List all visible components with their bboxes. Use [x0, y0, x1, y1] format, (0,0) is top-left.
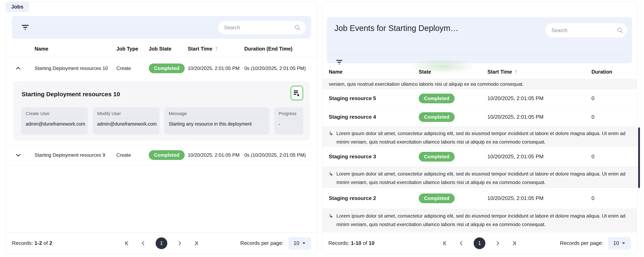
sort-ascending-icon: [215, 47, 218, 51]
column-header-name[interactable]: Name: [329, 69, 419, 75]
jobs-filter-button[interactable]: [20, 23, 30, 32]
clear-job-events-button[interactable]: [290, 86, 303, 101]
jobs-search-input[interactable]: [224, 25, 294, 31]
records-per-page: Records per page: 10: [240, 237, 311, 249]
event-duration: 0: [592, 114, 637, 120]
records-of: of: [363, 240, 367, 246]
job-detail-fields: Create User admin@duneframework.com Modi…: [21, 107, 303, 134]
event-duration: 0: [592, 153, 637, 160]
previous-page-button[interactable]: [139, 239, 148, 248]
first-page-button[interactable]: [440, 239, 450, 248]
event-start-time: 10/20/2025, 2:01:05 PM: [488, 153, 592, 160]
job-state-cell: Completed: [149, 64, 188, 73]
column-header-duration[interactable]: Duration: [592, 69, 637, 75]
event-name: Staging resource 5: [329, 95, 419, 102]
field-value: admin@duneframework.com: [26, 121, 84, 127]
column-header-state[interactable]: State: [419, 69, 488, 75]
pager: 1: [122, 237, 200, 249]
event-state-cell: Completed: [419, 152, 488, 162]
job-row-starting-deployment-10[interactable]: Starting Deployment resources 10 Create …: [6, 57, 317, 80]
next-page-button[interactable]: [493, 239, 502, 248]
sort-ascending-icon: [514, 70, 518, 74]
return-arrow-icon: ↳: [329, 129, 333, 144]
event-state-cell: Completed: [419, 193, 488, 203]
job-events-panel: Job Events for Starting Deploym…: [322, 2, 637, 254]
collapse-row-button[interactable]: [15, 65, 21, 71]
job-duration: 0s (10/20/2025, 2:01:05 PM): [244, 152, 317, 158]
event-row-staging-resource-2[interactable]: Staging resource 2 Completed 10/20/2025,…: [322, 188, 637, 209]
column-header-start-time[interactable]: Start Time: [488, 69, 592, 75]
event-row-staging-resource-5[interactable]: Staging resource 5 Completed 10/20/2025,…: [322, 89, 637, 108]
page-number-button[interactable]: 1: [474, 237, 485, 249]
jobs-screen: Name Job Type Job State Start Time Durat…: [0, 0, 644, 257]
field-label: Message: [169, 111, 265, 116]
status-badge: Completed: [149, 64, 185, 73]
event-message: ↳ Lorem ipsum dolor sit amet, consectetu…: [322, 209, 637, 231]
records-label: Records:: [12, 240, 33, 246]
column-header-job-state[interactable]: Job State: [149, 46, 188, 52]
records-count: Records: 1-2 of 2: [12, 240, 52, 246]
records-per-page-select[interactable]: 10: [608, 237, 631, 249]
field-label: Progress: [279, 111, 299, 116]
field-value: admin@duneframework.com: [97, 121, 155, 127]
event-state-cell: Completed: [419, 94, 488, 103]
jobs-table-header: Name Job Type Job State Start Time Durat…: [6, 41, 317, 57]
next-page-button[interactable]: [175, 239, 184, 248]
event-name: Staging resource 4: [329, 114, 419, 120]
job-events-header-card: Job Events for Starting Deploym…: [327, 17, 632, 63]
records-per-page-value: 10: [613, 240, 619, 246]
column-header-duration[interactable]: Duration (End Time): [244, 46, 317, 52]
page-number-button[interactable]: 1: [156, 237, 167, 249]
first-page-button[interactable]: [122, 239, 131, 248]
status-badge: Completed: [419, 193, 455, 203]
last-page-button[interactable]: [192, 239, 200, 248]
column-header-name[interactable]: Name: [34, 46, 116, 52]
event-message-text: Lorem ipsum dolor sit amet, consectetur …: [336, 170, 629, 185]
status-badge: Completed: [149, 150, 185, 160]
job-events-table-header: Name State Start Time Duration: [322, 65, 637, 79]
event-start-time: 10/20/2025, 2:01:05 PM: [488, 95, 592, 102]
vertical-scrollbar-thumb[interactable]: [638, 127, 640, 188]
event-row-staging-resource-3[interactable]: Staging resource 3 Completed 10/20/2025,…: [322, 147, 637, 167]
records-total: 10: [368, 240, 374, 246]
chevron-up-icon: [15, 65, 21, 71]
last-page-button[interactable]: [510, 239, 518, 248]
column-header-start-time[interactable]: Start Time: [188, 46, 244, 52]
previous-page-button[interactable]: [457, 239, 466, 248]
jobs-pagination-bar: Records: 1-2 of 2 1 Records per page: 10: [6, 232, 317, 254]
start-time-label: Start Time: [488, 69, 512, 75]
field-value: Starting any resource in this deployment: [169, 121, 265, 127]
records-of: of: [44, 240, 48, 246]
records-per-page-select[interactable]: 10: [288, 237, 311, 249]
job-events-search-box: [546, 23, 627, 37]
playlist-remove-icon: [293, 90, 301, 96]
records-per-page-label: Records per page:: [240, 240, 284, 246]
event-message-text: Lorem ipsum dolor sit amet, consectetur …: [336, 129, 629, 144]
field-modify-user: Modify User admin@duneframework.com: [93, 107, 160, 134]
event-message-text: veniam, quis nostrud exercitation ullamc…: [329, 81, 524, 87]
field-progress: Progress -: [274, 107, 303, 134]
column-header-job-type[interactable]: Job Type: [116, 46, 149, 52]
job-state-cell: Completed: [149, 150, 188, 160]
job-events-pagination-bar: Records: 1-10 of 10 1 Records per page: …: [322, 232, 637, 254]
event-row-staging-resource-4[interactable]: Staging resource 4 Completed 10/20/2025,…: [322, 108, 637, 126]
job-start-time: 10/20/2025, 2:01:05 PM: [188, 152, 244, 158]
event-start-time: 10/20/2025, 2:01:05 PM: [488, 114, 592, 120]
tab-jobs[interactable]: Jobs: [6, 2, 29, 12]
jobs-panel: Name Job Type Job State Start Time Durat…: [6, 2, 317, 254]
return-arrow-icon: ↳: [329, 212, 333, 228]
pager: 1: [440, 237, 518, 249]
field-label: Modify User: [97, 111, 155, 116]
field-divider: [26, 118, 84, 119]
event-message: ↳ Lorem ipsum dolor sit amet, consectetu…: [322, 126, 637, 147]
filter-icon: [336, 59, 343, 65]
job-name: Starting Deployment resources 10: [34, 66, 116, 71]
job-row-starting-deployment-9[interactable]: Starting Deployment resources 9 Create C…: [6, 145, 317, 165]
scrollbar-track-edge: [642, 0, 642, 257]
job-events-search-input[interactable]: [552, 28, 616, 33]
event-state-cell: Completed: [419, 112, 488, 122]
expand-row-button[interactable]: [15, 152, 21, 158]
status-badge: Completed: [419, 152, 455, 162]
job-detail-card: Starting Deployment resources 10 Create …: [13, 81, 310, 141]
chevron-down-icon: [622, 242, 626, 244]
